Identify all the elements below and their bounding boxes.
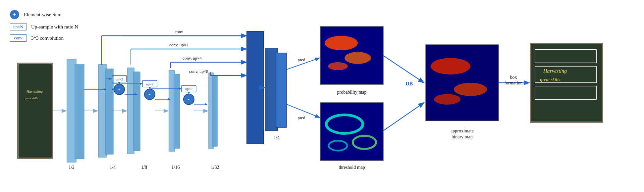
svg-text:great skills: great skills: [540, 77, 561, 82]
svg-text:+: +: [149, 92, 151, 96]
binary-map-line2: binary map: [452, 134, 472, 139]
pred-label-1: pred: [297, 57, 305, 62]
box-formation-label-line1: box: [510, 75, 517, 80]
svg-rect-48: [247, 31, 263, 144]
svg-point-65: [328, 62, 348, 70]
conv-label-4: conv, up×8: [189, 69, 208, 74]
box-formation-label-line2: formation: [504, 80, 522, 85]
svg-point-75: [454, 83, 487, 96]
scale-label-half: 1/2: [69, 165, 75, 170]
scale-label-quarter: 1/4: [110, 165, 116, 170]
svg-rect-24: [128, 68, 134, 154]
scale-label-sixteenth: 1/16: [172, 165, 180, 170]
conv-label-3: conv, up×4: [183, 56, 202, 61]
scale-label-eighth: 1/8: [141, 165, 147, 170]
concat-label: CON-CAT: [220, 78, 225, 98]
binary-map-line1: approximate: [451, 128, 474, 133]
main-diagram: Harvesting great skills + up×2: [0, 0, 644, 192]
svg-text:up×2: up×2: [185, 87, 193, 91]
svg-text:up×2: up×2: [116, 77, 123, 81]
svg-rect-46: [213, 76, 217, 146]
svg-rect-10: [75, 65, 84, 159]
svg-point-74: [431, 58, 470, 74]
svg-line-71: [383, 56, 424, 83]
svg-text:Harvesting: Harvesting: [543, 68, 567, 74]
pred-label-2: pred: [297, 115, 305, 120]
svg-line-72: [383, 103, 424, 131]
thresh-map-label: threshold map: [339, 165, 365, 170]
svg-point-63: [325, 36, 358, 50]
conv-label-1: conv: [175, 29, 183, 34]
svg-text:up×2: up×2: [146, 82, 154, 86]
conv-label-2: conv, up×2: [169, 42, 188, 47]
feature-quarter-label: 1/4: [274, 135, 280, 140]
diagram-container: + Element-wise Sum up×N Up-sample with r…: [0, 0, 644, 192]
svg-point-76: [434, 94, 460, 105]
scale-label-thirtysecond: 1/32: [211, 165, 219, 170]
svg-rect-73: [426, 45, 499, 121]
svg-rect-36: [174, 74, 180, 148]
svg-point-64: [345, 52, 371, 64]
svg-text:+: +: [188, 97, 190, 101]
db-label: DB: [405, 81, 413, 86]
svg-text:great skills: great skills: [25, 97, 38, 100]
svg-text:+: +: [118, 87, 120, 91]
prob-map-label: probability map: [337, 90, 366, 95]
svg-text:Harvesting: Harvesting: [26, 89, 43, 93]
svg-rect-4: [18, 64, 52, 158]
svg-rect-59: [276, 53, 287, 127]
